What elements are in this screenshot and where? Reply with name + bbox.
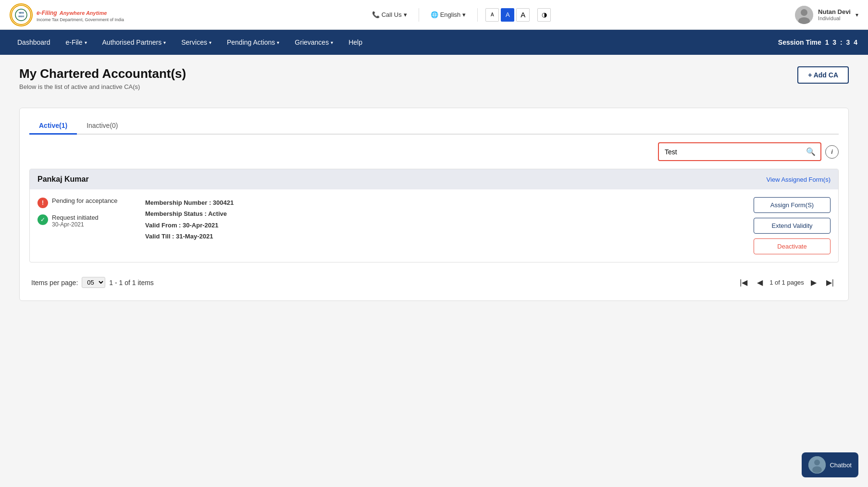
- language-button[interactable]: 🌐 English ▾: [427, 9, 470, 20]
- divider2: [477, 8, 478, 22]
- ca-card-header: Pankaj Kumar View Assigned Form(s): [30, 169, 838, 189]
- valid-from-label: Valid From :: [145, 222, 183, 229]
- language-chevron-icon: ▾: [462, 11, 466, 18]
- nav-pending-chevron-icon: ▾: [277, 40, 279, 45]
- main-content: My Chartered Accountant(s) Below is the …: [0, 55, 868, 487]
- nav-authorised-partners-label: Authorised Partners: [102, 38, 162, 46]
- avatar: [795, 6, 813, 24]
- assign-form-button[interactable]: Assign Form(S): [754, 197, 831, 213]
- nav-efile[interactable]: e-File ▾: [58, 30, 95, 55]
- svg-point-9: [812, 466, 822, 473]
- contrast-button[interactable]: ◑: [537, 8, 551, 22]
- info-icon[interactable]: i: [825, 145, 839, 159]
- items-per-page-select[interactable]: 05 10 25: [82, 277, 105, 288]
- next-page-button[interactable]: ▶: [808, 276, 819, 289]
- svg-point-8: [814, 460, 820, 465]
- ca-actions-column: Assign Form(S) Extend Validity Deactivat…: [754, 197, 831, 254]
- assign-form-label: Assign Form(S): [770, 201, 814, 209]
- warning-icon: !: [37, 198, 48, 208]
- page-title-area: My Chartered Accountant(s) Below is the …: [19, 66, 186, 100]
- prev-page-icon: ◀: [757, 278, 763, 287]
- extend-validity-button[interactable]: Extend Validity: [754, 218, 831, 234]
- nav-grievances[interactable]: Grievances ▾: [287, 30, 341, 55]
- tab-active[interactable]: Active(1): [29, 118, 77, 135]
- valid-till-value: 31-May-2021: [176, 233, 213, 240]
- add-ca-button[interactable]: + Add CA: [797, 66, 849, 84]
- status-initiated: ✓ Request initiated 30-Apr-2021: [37, 214, 134, 228]
- nav-help[interactable]: Help: [341, 30, 370, 55]
- user-type: Individual: [818, 15, 851, 21]
- main-card: Active(1) Inactive(0) 🔍 i Pankaj Kumar V…: [19, 108, 849, 301]
- user-chevron-icon: ▾: [856, 12, 858, 18]
- membership-number-value: 300421: [213, 199, 234, 206]
- ca-status-column: ! Pending for acceptance ✓ Request initi…: [37, 197, 134, 228]
- logo-tagline: Anywhere Anytime: [60, 10, 107, 16]
- logo-emblem: भारत सरकार: [10, 3, 33, 26]
- tab-inactive[interactable]: Inactive(0): [77, 118, 127, 135]
- nav-efile-chevron-icon: ▾: [85, 40, 87, 45]
- page-info-text: 1 of 1 pages: [769, 279, 804, 286]
- chatbot-widget[interactable]: Chatbot: [802, 452, 858, 477]
- pagination-row: Items per page: 05 10 25 1 - 1 of 1 item…: [29, 268, 839, 291]
- user-info[interactable]: Nutan Devi Individual: [818, 8, 851, 21]
- valid-till-row: Valid Till : 31-May-2021: [145, 231, 742, 242]
- membership-status-row: Membership Status : Active: [145, 208, 742, 219]
- font-medium-button[interactable]: A: [501, 8, 514, 22]
- nav-authorised-partners[interactable]: Authorised Partners ▾: [95, 30, 174, 55]
- view-assigned-forms-link[interactable]: View Assigned Form(s): [767, 176, 831, 183]
- logo-title: e-Filing Anywhere Anytime: [37, 7, 124, 17]
- logo-subtitle: Income Tax Department, Government of Ind…: [37, 17, 124, 22]
- tab-active-label: Active(1): [39, 122, 67, 129]
- call-chevron-icon: ▾: [404, 11, 407, 18]
- pending-text: Pending for acceptance: [52, 197, 118, 204]
- search-box: 🔍: [658, 142, 821, 161]
- user-area: Nutan Devi Individual ▾: [795, 6, 858, 24]
- nav-dashboard[interactable]: Dashboard: [10, 30, 58, 55]
- tab-inactive-label: Inactive(0): [87, 122, 118, 129]
- divider: [419, 8, 419, 22]
- next-page-icon: ▶: [811, 278, 817, 287]
- globe-icon: 🌐: [431, 11, 438, 18]
- search-input[interactable]: [659, 144, 801, 160]
- last-page-button[interactable]: ▶|: [823, 276, 837, 289]
- font-small-button[interactable]: A: [485, 8, 499, 22]
- prev-page-button[interactable]: ◀: [754, 276, 766, 289]
- membership-status-label: Membership Status :: [145, 210, 208, 217]
- initiated-text: Request initiated 30-Apr-2021: [52, 214, 99, 228]
- first-page-button[interactable]: |◀: [737, 276, 750, 289]
- membership-status-value: Active: [208, 210, 227, 217]
- topbar-center: 📞 Call Us ▾ 🌐 English ▾ A A A ◑: [368, 8, 551, 22]
- initiated-date: 30-Apr-2021: [52, 221, 99, 228]
- call-us-button[interactable]: 📞 Call Us ▾: [368, 9, 411, 20]
- status-pending: ! Pending for acceptance: [37, 197, 134, 208]
- logo-area: भारत सरकार e-Filing Anywhere Anytime Inc…: [10, 3, 124, 26]
- contrast-icon: ◑: [542, 11, 547, 18]
- nav-auth-chevron-icon: ▾: [163, 40, 166, 45]
- tabs-row: Active(1) Inactive(0): [29, 118, 839, 135]
- initiated-status-text: Request initiated: [52, 214, 99, 221]
- search-button[interactable]: 🔍: [801, 143, 820, 160]
- nav-services-label: Services: [181, 38, 207, 46]
- ca-details-column: Membership Number : 300421 Membership St…: [134, 197, 754, 242]
- membership-number-label: Membership Number :: [145, 199, 213, 206]
- last-page-icon: ▶|: [826, 278, 834, 287]
- page-subtitle: Below is the list of active and inactive…: [19, 83, 186, 90]
- nav-pending-label: Pending Actions: [227, 38, 275, 46]
- valid-from-row: Valid From : 30-Apr-2021: [145, 220, 742, 231]
- nav-pending-actions[interactable]: Pending Actions ▾: [219, 30, 287, 55]
- nav-dashboard-label: Dashboard: [17, 38, 50, 46]
- user-name: Nutan Devi: [818, 8, 851, 15]
- items-per-page-label: Items per page:: [31, 279, 78, 287]
- phone-icon: 📞: [372, 11, 380, 18]
- deactivate-button[interactable]: Deactivate: [754, 238, 831, 254]
- check-icon: ✓: [37, 214, 48, 225]
- nav-efile-label: e-File: [66, 38, 83, 46]
- session-value: 1 3 : 3 4: [825, 38, 858, 46]
- nav-grievances-label: Grievances: [295, 38, 329, 46]
- font-large-button[interactable]: A: [516, 8, 530, 22]
- font-size-controls: A A A: [485, 8, 530, 22]
- search-icon: 🔍: [806, 148, 816, 156]
- add-ca-label: + Add CA: [808, 71, 838, 79]
- nav-services[interactable]: Services ▾: [174, 30, 219, 55]
- topbar: भारत सरकार e-Filing Anywhere Anytime Inc…: [0, 0, 868, 30]
